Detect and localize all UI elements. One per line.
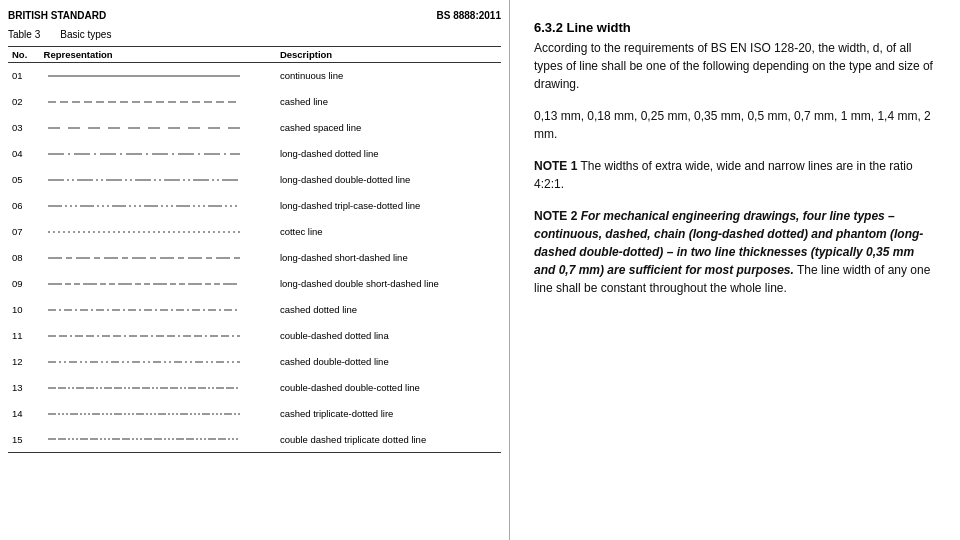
row-representation [40, 401, 276, 427]
table-row: 12cashed double-dotted line [8, 349, 501, 375]
row-no: 07 [8, 219, 40, 245]
row-description: couble dashed triplicate dotted line [276, 427, 501, 453]
table-row: 02cashed line [8, 89, 501, 115]
left-panel: BRITISH STANDARD BS 8888:2011 Table 3 Ba… [0, 0, 510, 540]
row-no: 08 [8, 245, 40, 271]
row-no: 01 [8, 63, 40, 89]
row-description: cashed dotted line [276, 297, 501, 323]
row-representation [40, 245, 276, 271]
header-right: BS 8888:2011 [437, 10, 502, 21]
table-row: 08long-dashed short-dashed line [8, 245, 501, 271]
row-description: cottec line [276, 219, 501, 245]
row-representation [40, 63, 276, 89]
table-row: 09long-dashed double short-dashed line [8, 271, 501, 297]
row-no: 15 [8, 427, 40, 453]
row-representation [40, 375, 276, 401]
row-representation [40, 193, 276, 219]
row-description: long-dashed short-dashed line [276, 245, 501, 271]
row-representation [40, 167, 276, 193]
row-description: long-dashed double short-dashed line [276, 271, 501, 297]
row-no: 10 [8, 297, 40, 323]
row-no: 11 [8, 323, 40, 349]
table-row: 14cashed triplicate-dotted lire [8, 401, 501, 427]
row-no: 12 [8, 349, 40, 375]
row-no: 04 [8, 141, 40, 167]
table-row: 04long-dashed dotted line [8, 141, 501, 167]
row-representation [40, 349, 276, 375]
row-no: 02 [8, 89, 40, 115]
table-row: 05long-dashed double-dotted line [8, 167, 501, 193]
table-row: 01continuous line [8, 63, 501, 89]
row-description: long-dashed dotted line [276, 141, 501, 167]
table-label: Table 3 [8, 29, 40, 40]
note-2: NOTE 2 For mechanical engineering drawin… [534, 207, 936, 297]
row-representation [40, 323, 276, 349]
note2-label: NOTE 2 [534, 209, 577, 223]
row-no: 13 [8, 375, 40, 401]
note1-label: NOTE 1 [534, 159, 577, 173]
paragraph-2: 0,13 mm, 0,18 mm, 0,25 mm, 0,35 mm, 0,5 … [534, 107, 936, 143]
row-representation [40, 271, 276, 297]
row-description: continuous line [276, 63, 501, 89]
col-header-rep: Representation [40, 47, 276, 63]
note1-text: The widths of extra wide, wide and narro… [534, 159, 913, 191]
row-no: 14 [8, 401, 40, 427]
row-no: 05 [8, 167, 40, 193]
table-title-row: Table 3 Basic types [8, 29, 501, 40]
line-table: No. Representation Description 01continu… [8, 46, 501, 453]
paragraph-1: According to the requirements of BS EN I… [534, 39, 936, 93]
row-description: cashed triplicate-dotted lire [276, 401, 501, 427]
table-row: 07cottec line [8, 219, 501, 245]
table-row: 06long-dashed tripl-case-dotted line [8, 193, 501, 219]
row-description: couble-dashed double-cotted line [276, 375, 501, 401]
table-row: 15couble dashed triplicate dotted line [8, 427, 501, 453]
row-description: long-dashed double-dotted line [276, 167, 501, 193]
row-description: cashed spaced line [276, 115, 501, 141]
row-description: long-dashed tripl-case-dotted line [276, 193, 501, 219]
right-panel: 6.3.2 Line width According to the requir… [510, 0, 960, 540]
row-representation [40, 89, 276, 115]
col-header-no: No. [8, 47, 40, 63]
row-no: 03 [8, 115, 40, 141]
row-description: cashed line [276, 89, 501, 115]
note-1: NOTE 1 The widths of extra wide, wide an… [534, 157, 936, 193]
row-no: 09 [8, 271, 40, 297]
row-representation [40, 115, 276, 141]
row-description: cashed double-dotted line [276, 349, 501, 375]
header-left: BRITISH STANDARD [8, 10, 106, 21]
table-row: 13couble-dashed double-cotted line [8, 375, 501, 401]
row-representation [40, 427, 276, 453]
row-representation [40, 141, 276, 167]
table-name: Basic types [60, 29, 111, 40]
row-no: 06 [8, 193, 40, 219]
row-representation [40, 297, 276, 323]
section-title: 6.3.2 Line width [534, 20, 936, 35]
table-row: 10cashed dotted line [8, 297, 501, 323]
table-row: 03cashed spaced line [8, 115, 501, 141]
col-header-desc: Description [276, 47, 501, 63]
table-row: 11couble-dashed dotted lina [8, 323, 501, 349]
doc-header: BRITISH STANDARD BS 8888:2011 [8, 10, 501, 21]
row-description: couble-dashed dotted lina [276, 323, 501, 349]
row-representation [40, 219, 276, 245]
